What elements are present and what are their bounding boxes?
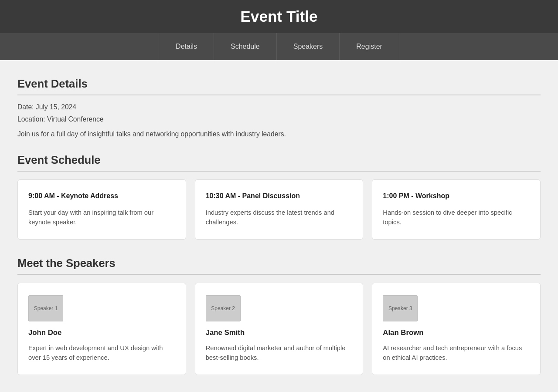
speaker-card-0: Speaker 1 John Doe Expert in web develop… — [17, 283, 186, 375]
speakers-grid: Speaker 1 John Doe Expert in web develop… — [17, 283, 541, 375]
nav-schedule[interactable]: Schedule — [214, 33, 277, 60]
speaker-card-2: Speaker 3 Alan Brown AI researcher and t… — [372, 283, 541, 375]
speaker-image-1: Speaker 2 — [206, 295, 241, 321]
event-details-section: Event Details Date: July 15, 2024 Locati… — [17, 78, 541, 138]
schedule-desc-0: Start your day with an inspiring talk fr… — [28, 208, 175, 227]
speakers-heading: Meet the Speakers — [17, 257, 541, 275]
event-schedule-heading: Event Schedule — [17, 154, 541, 172]
page-title: Event Title — [0, 8, 558, 25]
nav-speakers[interactable]: Speakers — [277, 33, 340, 60]
schedule-card-0: 9:00 AM - Keynote Address Start your day… — [17, 179, 186, 240]
schedule-title-2: 1:00 PM - Workshop — [383, 192, 530, 200]
main-content: Event Details Date: July 15, 2024 Locati… — [0, 60, 558, 392]
speaker-image-2: Speaker 3 — [383, 295, 418, 321]
speakers-section: Meet the Speakers Speaker 1 John Doe Exp… — [17, 257, 541, 375]
speaker-card-1: Speaker 2 Jane Smith Renowned digital ma… — [195, 283, 364, 375]
schedule-card-1: 10:30 AM - Panel Discussion Industry exp… — [195, 179, 364, 240]
speaker-name-1: Jane Smith — [206, 328, 353, 337]
speaker-bio-1: Renowned digital marketer and author of … — [206, 343, 353, 362]
schedule-grid: 9:00 AM - Keynote Address Start your day… — [17, 179, 541, 240]
schedule-title-1: 10:30 AM - Panel Discussion — [206, 192, 353, 200]
speaker-bio-2: AI researcher and tech entrepreneur with… — [383, 343, 530, 362]
event-details-heading: Event Details — [17, 78, 541, 95]
page-header: Event Title — [0, 0, 558, 33]
speaker-name-0: John Doe — [28, 328, 175, 337]
event-date: Date: July 15, 2024 — [17, 103, 541, 111]
nav-register[interactable]: Register — [340, 33, 399, 60]
event-description: Join us for a full day of insightful tal… — [17, 130, 541, 138]
main-nav: Details Schedule Speakers Register — [0, 33, 558, 60]
schedule-card-2: 1:00 PM - Workshop Hands-on session to d… — [372, 179, 541, 240]
speaker-image-0: Speaker 1 — [28, 295, 63, 321]
speaker-name-2: Alan Brown — [383, 328, 530, 337]
event-location: Location: Virtual Conference — [17, 115, 541, 123]
speaker-bio-0: Expert in web development and UX design … — [28, 343, 175, 362]
schedule-desc-1: Industry experts discuss the latest tren… — [206, 208, 353, 227]
event-schedule-section: Event Schedule 9:00 AM - Keynote Address… — [17, 154, 541, 240]
schedule-desc-2: Hands-on session to dive deeper into spe… — [383, 208, 530, 227]
schedule-title-0: 9:00 AM - Keynote Address — [28, 192, 175, 200]
nav-details[interactable]: Details — [159, 33, 214, 60]
